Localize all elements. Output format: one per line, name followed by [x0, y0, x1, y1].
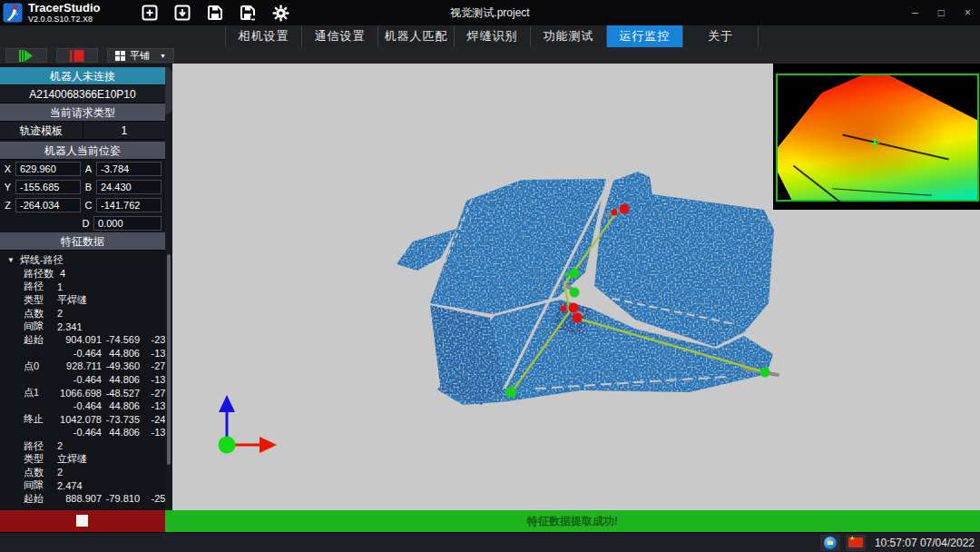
device-id: A2140068366E10P10 [0, 85, 165, 104]
axis-origin [219, 437, 236, 454]
feature-tree-row: 间隙2.474 [0, 479, 165, 493]
feature-tree-row: 点0928.711-49.360-275.182 [0, 360, 165, 373]
depth-image-panel[interactable] [773, 64, 980, 210]
new-project-icon [142, 5, 158, 21]
close-button[interactable]: × [965, 6, 971, 19]
tab-1[interactable]: 通信设置 [301, 25, 377, 47]
status-message-bar: 特征数据提取成功! [165, 510, 980, 532]
language-flag-button[interactable] [846, 535, 866, 551]
feature-tree-row: 间隙2.341 [0, 320, 165, 333]
maximize-button[interactable]: □ [938, 6, 945, 19]
input-method-button[interactable] [820, 535, 840, 551]
feature-tree-row: 点11066.698-48.527-276.072 [0, 386, 165, 399]
pose-value-input[interactable] [15, 180, 81, 194]
axis-indicator [209, 390, 290, 463]
feature-tree-row: -0.46444.806-134.982 [0, 347, 165, 360]
save-button[interactable] [206, 4, 224, 22]
feature-tree-rows: 路径数4路径1类型平焊缝点数2间隙2.341起始904.091-74.569-2… [0, 267, 165, 506]
save-as-button[interactable] [239, 4, 257, 22]
app-version: V2.0.0.S10.T2.X8 [28, 15, 128, 24]
pose-rows: XAYBZCD [0, 160, 165, 232]
clock: 10:57:07 07/04/2022 [875, 537, 975, 549]
feature-header: 特征数据 [0, 232, 165, 251]
stop-checkbox[interactable] [76, 515, 88, 527]
feature-tree-row: 路径2 [0, 439, 165, 453]
feature-tree-row: 类型平焊缝 [0, 293, 165, 307]
template-label: 轨迹模板 [0, 122, 83, 139]
stop-toggle-bar[interactable] [0, 510, 165, 532]
feature-tree-row: 点数2 [0, 307, 165, 320]
tile-grid-icon [115, 51, 125, 61]
feature-tree-row: 起始904.091-74.569-239.708 [0, 333, 165, 347]
tab-4[interactable]: 功能测试 [530, 25, 606, 47]
tab-5[interactable]: 运行监控 [606, 25, 682, 47]
run-button[interactable] [5, 48, 47, 63]
connection-status: 机器人未连接 [0, 67, 165, 85]
feature-tree-row: 起始888.907-79.810-258.142 [0, 492, 165, 506]
depth-gradient-image [776, 74, 979, 202]
save-as-icon [240, 5, 256, 21]
view-mode-dropdown[interactable]: 平铺 ▼ [107, 48, 174, 63]
pose-value-input[interactable] [96, 198, 162, 212]
feature-tree-row: 类型立焊缝 [0, 452, 165, 466]
new-project-button[interactable] [141, 4, 159, 22]
view-mode-label: 平铺 [130, 49, 150, 63]
depth-crosshair-icon [869, 138, 879, 148]
status-message: 特征数据提取成功! [527, 514, 618, 529]
stop-button[interactable] [56, 48, 98, 63]
settings-button[interactable] [271, 4, 289, 22]
feature-tree-row: 终止1042.078-73.735-240.598 [0, 413, 165, 427]
pointcloud-viewport[interactable] [172, 64, 980, 510]
tree-collapse-icon[interactable]: ▼ [7, 256, 15, 264]
pose-value-input[interactable] [15, 162, 81, 176]
feature-tree-row: -0.46444.806-134.982 [0, 426, 165, 439]
template-value[interactable]: 1 [83, 122, 166, 139]
input-method-icon [824, 537, 837, 549]
status-bar: 10:57:07 07/04/2022 [0, 532, 980, 552]
feature-tree-row: 路径1 [0, 281, 165, 294]
sidebar-scroll-strip [165, 64, 172, 510]
feature-tree-row: 点数2 [0, 466, 165, 479]
minimize-button[interactable]: – [912, 6, 918, 19]
save-icon [207, 5, 223, 21]
tab-3[interactable]: 焊缝识别 [454, 25, 530, 47]
pose-value-input[interactable] [96, 180, 162, 194]
app-logo-icon [3, 3, 23, 23]
template-row: 轨迹模板 1 [0, 122, 165, 140]
pose-value-input[interactable] [96, 162, 162, 176]
scrollbar-thumb[interactable] [167, 254, 171, 465]
app-title: TracerStudio V2.0.0.S10.T2.X8 [28, 2, 128, 24]
window-title: 视觉测试.project [450, 5, 529, 21]
chevron-down-icon: ▼ [160, 53, 166, 59]
feature-tree-row: -0.46444.806-134.982 [0, 399, 165, 413]
feature-tree: ▼ 焊线-路径 路径数4路径1类型平焊缝点数2间隙2.341起始904.091-… [0, 251, 165, 510]
tab-0[interactable]: 相机设置 [225, 25, 301, 47]
app-name: TracerStudio [28, 2, 128, 14]
toolbar: 平铺 ▼ [0, 47, 980, 64]
pose-header: 机器人当前位姿 [0, 142, 165, 160]
request-type-header: 当前请求类型 [0, 104, 165, 122]
pose-value-input[interactable] [15, 198, 81, 212]
feature-tree-row: 路径数4 [0, 267, 165, 281]
open-project-icon [174, 5, 191, 21]
title-bar: TracerStudio V2.0.0.S10.T2.X8 [0, 0, 980, 25]
tab-6[interactable]: 关于 [682, 25, 759, 47]
sidebar-collapse-handle[interactable] [165, 67, 172, 114]
tab-2[interactable]: 机器人匹配 [377, 25, 454, 47]
gear-icon [272, 5, 289, 22]
play-icon [19, 50, 34, 62]
pose-row: ZC [0, 196, 165, 214]
pose-row: D [0, 214, 165, 232]
china-flag-icon [848, 537, 863, 547]
stop-icon [70, 50, 84, 62]
feature-tree-root[interactable]: ▼ 焊线-路径 [0, 253, 165, 267]
pointcloud-plates [397, 172, 774, 405]
sidebar: 机器人未连接 A2140068366E10P10 当前请求类型 轨迹模板 1 机… [0, 64, 165, 510]
pose-row: YB [0, 178, 165, 196]
tab-bar: 相机设置通信设置机器人匹配焊缝识别功能测试运行监控关于 [0, 25, 980, 47]
feature-tree-row: -0.46444.806-134.982 [0, 373, 165, 387]
open-project-button[interactable] [173, 4, 191, 22]
pose-row: XA [0, 160, 165, 178]
pose-value-input[interactable] [93, 216, 162, 231]
